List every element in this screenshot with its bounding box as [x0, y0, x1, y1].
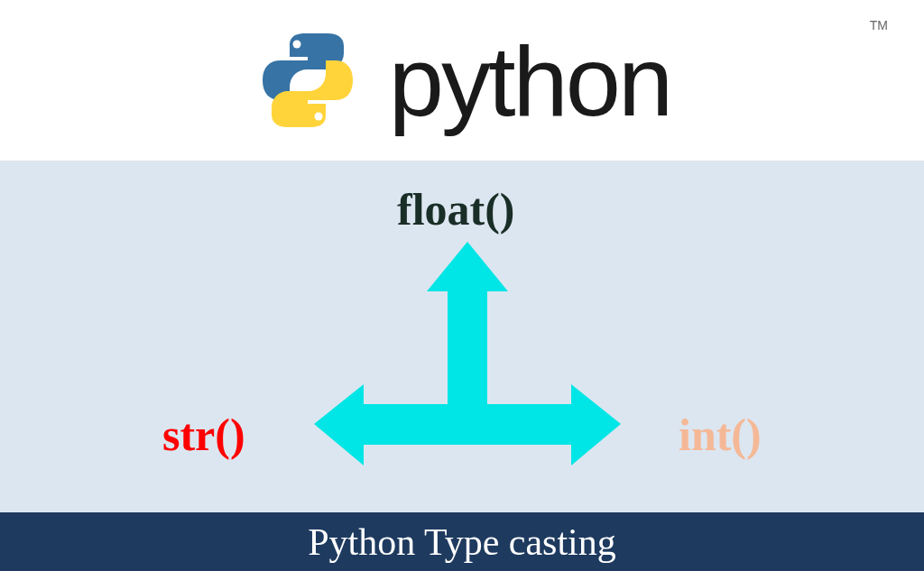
trademark-symbol: TM: [870, 18, 888, 32]
python-logo-icon: [254, 26, 362, 134]
footer-title: Python Type casting: [308, 520, 616, 564]
int-function-label: int(): [679, 409, 762, 461]
header-section: python TM: [0, 0, 924, 161]
svg-point-1: [314, 113, 322, 121]
three-way-arrow-icon: [314, 242, 621, 494]
float-function-label: float(): [397, 183, 515, 235]
footer-section: Python Type casting: [0, 512, 924, 571]
brand-title: python: [389, 23, 670, 138]
svg-point-0: [292, 41, 300, 49]
diagram-section: float() str() int(): [0, 161, 924, 512]
str-function-label: str(): [162, 409, 245, 461]
